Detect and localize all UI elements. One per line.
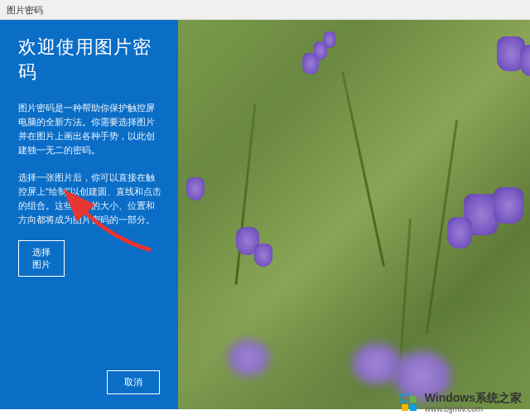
watermark: Windows系统之家 www.bjjmlv.com [398, 391, 522, 413]
picture-preview [178, 20, 530, 409]
content-area: 欢迎使用图片密码 图片密码是一种帮助你保护触控屏电脑的全新方法。你需要选择图片并… [0, 20, 530, 409]
decor-stem [341, 71, 385, 266]
intro-paragraph-2: 选择一张图片后，你可以直接在触控屏上"绘制"以创建圆、直线和点击的组合。这些手势… [18, 171, 161, 227]
windows-logo-icon [398, 392, 422, 413]
left-panel: 欢迎使用图片密码 图片密码是一种帮助你保护触控屏电脑的全新方法。你需要选择图片并… [0, 20, 178, 409]
picture-password-window: 图片密码 欢迎使用图片密码 图片密码是一种帮助你保护触控屏电脑的全新方法。你需要… [0, 0, 530, 409]
svg-rect-1 [410, 404, 417, 411]
page-title: 欢迎使用图片密码 [18, 35, 161, 84]
watermark-url: www.bjjmlv.com [425, 404, 522, 413]
decor-stem [235, 103, 257, 284]
svg-rect-0 [402, 404, 408, 411]
select-picture-button[interactable]: 选择图片 [18, 240, 65, 277]
watermark-suffix: 系统之家 [475, 391, 522, 404]
intro-paragraph-1: 图片密码是一种帮助你保护触控屏电脑的全新方法。你需要选择图片并在图片上画出各种手… [18, 101, 161, 157]
window-title: 图片密码 [7, 5, 43, 15]
cancel-button[interactable]: 取消 [107, 370, 160, 394]
watermark-text: Windows系统之家 www.bjjmlv.com [425, 391, 522, 413]
titlebar: 图片密码 [0, 0, 530, 20]
svg-rect-2 [410, 396, 417, 403]
decor-flower-blur [228, 340, 269, 376]
watermark-brand: Windows [425, 391, 475, 404]
